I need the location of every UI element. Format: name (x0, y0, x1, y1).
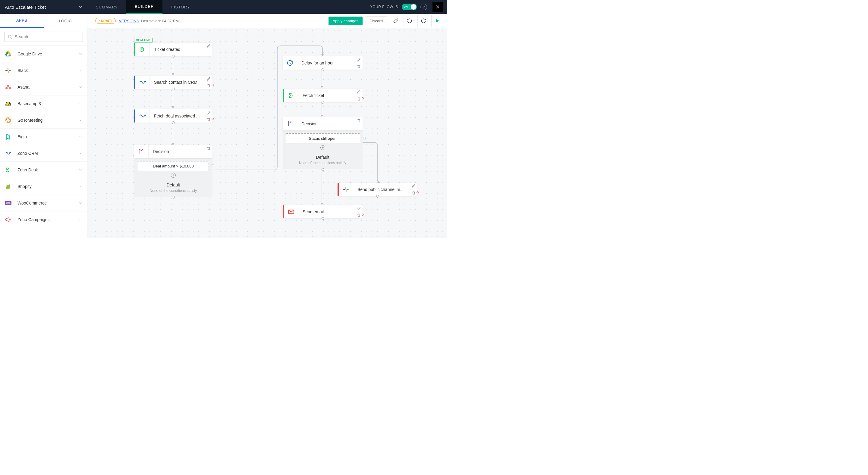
search-icon (7, 34, 12, 39)
tab-summary[interactable]: SUMMARY (87, 0, 126, 14)
trash-icon[interactable] (207, 146, 211, 151)
output-port[interactable] (321, 168, 324, 171)
add-condition-button[interactable]: + (320, 145, 325, 150)
versions-link[interactable]: VERSIONS (119, 19, 139, 23)
flow-canvas[interactable]: REALTIME Ticket created Search contact i… (87, 28, 447, 238)
apply-changes-button[interactable]: Apply changes (329, 16, 363, 25)
chevron-down-icon (79, 118, 82, 122)
tab-apps[interactable]: APPS (0, 14, 44, 28)
trash-icon[interactable] (207, 83, 211, 89)
trash-icon[interactable] (357, 213, 361, 218)
node-send-email[interactable]: Send email (283, 205, 363, 218)
svg-point-12 (7, 84, 9, 87)
sidebar-item-gotomeeting[interactable]: GoToMeeting (0, 112, 87, 128)
trash-icon[interactable] (357, 97, 361, 102)
condition-chip[interactable]: Deal amount > $10,000 (138, 161, 209, 171)
default-subtitle: None of the conditions satisfy (138, 189, 209, 193)
output-port[interactable] (172, 122, 175, 124)
edit-icon[interactable] (356, 206, 361, 212)
output-port[interactable] (363, 137, 366, 139)
redo-button[interactable] (417, 15, 429, 27)
main: Google Drive Slack Asana Basecamp 3 GoTo (0, 28, 447, 238)
output-port[interactable] (321, 101, 324, 104)
decision-icon (134, 145, 149, 158)
node-label: Decision (297, 117, 363, 130)
edit-icon[interactable] (207, 110, 211, 116)
magic-wand-button[interactable] (390, 15, 401, 27)
node-decision-status[interactable]: Decision Status still open + Default Non… (283, 117, 363, 169)
sidebar-item-woocommerce[interactable]: WOO WooCommerce (0, 195, 87, 211)
header-right: YOUR FLOW IS ON ? (366, 0, 447, 14)
svg-rect-11 (5, 70, 7, 71)
gmail-icon (284, 205, 299, 218)
run-button[interactable] (431, 15, 443, 27)
undo-icon (407, 18, 412, 24)
search-input-wrapper[interactable] (4, 32, 83, 42)
sidebar-item-bigin[interactable]: Bigin (0, 128, 87, 145)
output-port[interactable] (212, 165, 214, 167)
chevron-down-icon (79, 69, 82, 72)
chevron-down-icon (79, 102, 82, 105)
edit-icon[interactable] (356, 58, 361, 63)
undo-button[interactable] (404, 15, 415, 27)
sidebar-item-google-drive[interactable]: Google Drive (0, 45, 87, 62)
tab-builder[interactable]: BUILDER (126, 0, 162, 14)
svg-line-4 (11, 38, 12, 39)
edit-icon[interactable] (207, 77, 211, 82)
svg-marker-27 (321, 86, 323, 88)
basecamp-icon (5, 100, 11, 107)
node-label: Decision (149, 145, 213, 158)
trash-icon[interactable] (357, 64, 361, 70)
trash-icon[interactable] (207, 117, 211, 123)
sidebar-item-basecamp[interactable]: Basecamp 3 (0, 95, 87, 112)
discard-button[interactable]: Discard (365, 16, 387, 25)
close-button[interactable] (433, 2, 443, 12)
draft-badge: • DRAFT (95, 18, 116, 24)
zoho-desk-icon (284, 89, 299, 102)
tab-history[interactable]: HISTORY (162, 0, 198, 14)
sidebar-item-shopify[interactable]: Shopify (0, 178, 87, 195)
trash-icon[interactable] (357, 118, 361, 124)
zoho-desk-icon (135, 43, 150, 56)
node-send-slack[interactable]: Send public channel m... (338, 183, 417, 196)
chevron-down-icon (79, 201, 82, 205)
output-port[interactable] (376, 195, 379, 198)
svg-rect-40 (343, 189, 345, 190)
node-fetch-deal[interactable]: Fetch deal associated ... (134, 109, 213, 123)
node-search-contact[interactable]: Search contact in CRM (134, 76, 213, 89)
edit-icon[interactable] (411, 184, 415, 190)
svg-rect-10 (8, 71, 9, 73)
flow-on-toggle[interactable]: ON (402, 4, 417, 10)
sidebar-item-zoho-desk[interactable]: Zoho Desk (0, 162, 87, 178)
output-port[interactable] (172, 88, 175, 90)
edit-icon[interactable] (207, 44, 211, 49)
condition-chip[interactable]: Status still open (285, 133, 360, 143)
toolbar: APPS LOGIC • DRAFT VERSIONS Last saved: … (0, 14, 447, 28)
sidebar-item-slack[interactable]: Slack (0, 62, 87, 79)
trash-icon[interactable] (412, 191, 415, 196)
zoho-desk-icon (5, 167, 11, 173)
slack-icon (339, 183, 353, 196)
svg-point-17 (9, 119, 10, 120)
output-port[interactable] (172, 196, 175, 199)
node-decision-deal[interactable]: Decision Deal amount > $10,000 + Default… (134, 145, 213, 197)
node-fetch-ticket[interactable]: Fetch ticket (283, 89, 363, 102)
output-port[interactable] (321, 217, 324, 220)
sidebar-item-asana[interactable]: Asana (0, 79, 87, 95)
flow-title-dropdown[interactable]: Auto Escalate Ticket (0, 0, 87, 14)
add-condition-button[interactable]: + (171, 173, 176, 178)
sidebar-item-zoho-crm[interactable]: Zoho CRM (0, 145, 87, 162)
chevron-down-icon (79, 184, 82, 188)
chevron-down-icon (79, 151, 82, 155)
output-port[interactable] (172, 55, 175, 58)
edit-icon[interactable] (356, 90, 361, 96)
help-button[interactable]: ? (421, 4, 427, 10)
svg-marker-23 (172, 73, 174, 76)
sidebar-item-zoho-campaigns[interactable]: Zoho Campaigns (0, 211, 87, 228)
node-label: Delay for an hour (297, 56, 363, 70)
tab-logic[interactable]: LOGIC (44, 14, 87, 28)
output-port[interactable] (321, 68, 324, 71)
search-input[interactable] (15, 34, 80, 39)
node-delay[interactable]: Delay for an hour (283, 56, 363, 70)
node-ticket-created[interactable]: Ticket created (134, 43, 213, 56)
